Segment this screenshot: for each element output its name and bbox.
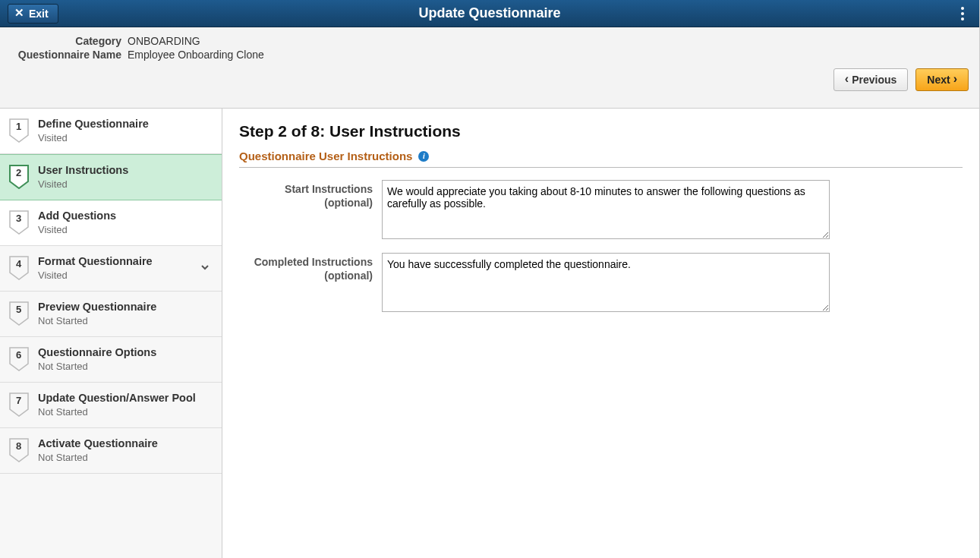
- step-title: Activate Questionnaire: [38, 437, 158, 450]
- step-badge: 1: [9, 118, 29, 143]
- exit-label: Exit: [29, 8, 49, 20]
- close-icon: ✕: [14, 7, 24, 18]
- step-title: Update Question/Answer Pool: [38, 392, 196, 405]
- sidebar-step-2[interactable]: 2 User Instructions Visited: [0, 154, 222, 200]
- previous-label: Previous: [852, 74, 896, 86]
- step-badge: 8: [9, 438, 29, 462]
- sidebar-step-3[interactable]: 3 Add Questions Visited: [0, 200, 222, 246]
- step-title: Questionnaire Options: [38, 346, 156, 359]
- wizard-nav-buttons: ‹ Previous Next ›: [833, 68, 969, 91]
- completed-instructions-label: Completed Instructions (optional): [239, 253, 382, 312]
- step-status: Not Started: [38, 452, 158, 464]
- next-label: Next: [927, 74, 950, 86]
- step-badge: 4: [9, 256, 29, 280]
- exit-button[interactable]: ✕ Exit: [8, 4, 58, 24]
- sidebar-step-6[interactable]: 6 Questionnaire Options Not Started: [0, 337, 222, 383]
- step-badge: 7: [9, 392, 29, 417]
- step-status: Not Started: [38, 361, 156, 373]
- kebab-menu-icon[interactable]: [956, 0, 969, 27]
- previous-button[interactable]: ‹ Previous: [833, 68, 908, 91]
- info-icon[interactable]: i: [418, 151, 429, 162]
- step-title: Define Questionnaire: [38, 118, 149, 131]
- step-title: Format Questionnaire: [38, 255, 153, 268]
- page-title: Update Questionnaire: [418, 5, 560, 21]
- step-title: Preview Questionnaire: [38, 301, 156, 314]
- questionnaire-name-label: Questionnaire Name: [11, 49, 121, 61]
- start-instructions-input[interactable]: [382, 180, 830, 239]
- step-title: Add Questions: [38, 210, 116, 222]
- wizard-steps-sidebar: 1 Define Questionnaire Visited 2 User In…: [0, 109, 222, 558]
- sidebar-step-5[interactable]: 5 Preview Questionnaire Not Started: [0, 292, 222, 337]
- sidebar-step-8[interactable]: 8 Activate Questionnaire Not Started: [0, 428, 222, 474]
- step-status: Visited: [38, 224, 116, 236]
- completed-instructions-input[interactable]: [382, 253, 830, 312]
- completed-instructions-field: Completed Instructions (optional): [239, 253, 963, 312]
- chevron-right-icon: ›: [953, 73, 957, 85]
- sidebar-step-4[interactable]: 4 Format Questionnaire Visited: [0, 246, 222, 292]
- step-badge: 3: [9, 210, 29, 235]
- step-status: Visited: [38, 270, 153, 282]
- chevron-left-icon: ‹: [845, 73, 849, 85]
- title-bar: ✕ Exit Update Questionnaire: [0, 0, 979, 27]
- category-label: Category: [11, 35, 121, 47]
- section-heading: Questionnaire User Instructions i: [239, 150, 963, 168]
- next-button[interactable]: Next ›: [915, 68, 969, 91]
- step-badge: 2: [9, 165, 29, 189]
- wizard-content: Step 2 of 8: User Instructions Questionn…: [222, 109, 979, 558]
- step-heading: Step 2 of 8: User Instructions: [239, 122, 963, 140]
- step-title: User Instructions: [38, 164, 128, 177]
- sidebar-step-7[interactable]: 7 Update Question/Answer Pool Not Starte…: [0, 383, 222, 428]
- start-instructions-field: Start Instructions (optional): [239, 180, 963, 239]
- sidebar-step-1[interactable]: 1 Define Questionnaire Visited: [0, 109, 222, 154]
- category-value: ONBOARDING: [128, 35, 200, 47]
- step-status: Not Started: [38, 315, 156, 327]
- step-status: Visited: [38, 178, 128, 191]
- step-status: Visited: [38, 132, 149, 144]
- chevron-down-icon: [200, 262, 210, 274]
- start-instructions-label: Start Instructions (optional): [239, 180, 382, 239]
- step-badge: 6: [9, 347, 29, 371]
- step-badge: 5: [9, 301, 29, 326]
- app-window: ✕ Exit Update Questionnaire Category ONB…: [0, 0, 980, 558]
- section-title-text: Questionnaire User Instructions: [239, 150, 412, 162]
- context-panel: Category ONBOARDING Questionnaire Name E…: [0, 27, 979, 108]
- wizard-body: 1 Define Questionnaire Visited 2 User In…: [0, 108, 979, 558]
- questionnaire-name-value: Employee Onboarding Clone: [128, 49, 264, 61]
- step-status: Not Started: [38, 406, 196, 418]
